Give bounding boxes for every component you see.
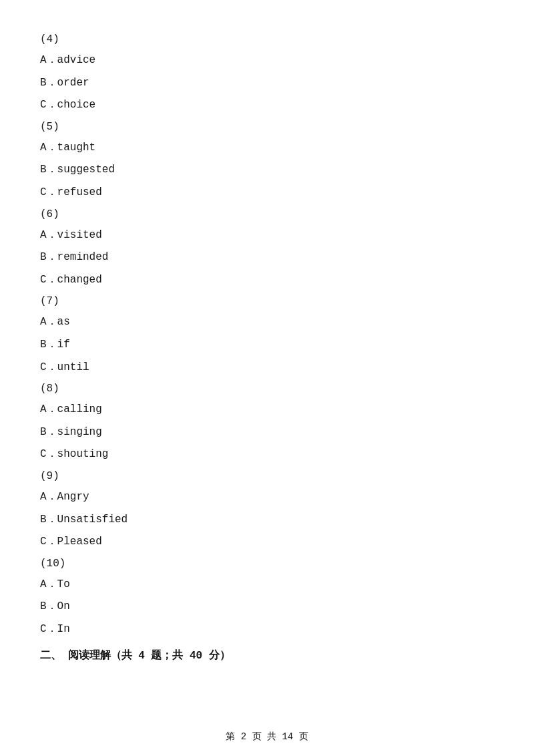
page-footer: 第 2 页 共 14 页 — [0, 731, 534, 743]
question-number-6: (6) — [40, 208, 494, 220]
question-6: (6) A．visited B．reminded C．changed — [40, 208, 494, 289]
option-6a[interactable]: A．visited — [40, 227, 494, 244]
question-7: (7) A．as B．if C．until — [40, 295, 494, 376]
option-5a[interactable]: A．taught — [40, 140, 494, 157]
option-6b[interactable]: B．reminded — [40, 249, 494, 266]
option-4c[interactable]: C．choice — [40, 97, 494, 114]
option-9b[interactable]: B．Unsatisfied — [40, 512, 494, 529]
option-6c[interactable]: C．changed — [40, 272, 494, 289]
option-10c[interactable]: C．In — [40, 621, 494, 638]
option-10b[interactable]: B．On — [40, 598, 494, 616]
section-two-title: 阅读理解（共 4 题；共 40 分） — [68, 650, 230, 662]
page-content: (4) A．advice B．order C．choice (5) A．taug… — [0, 0, 534, 707]
question-number-7: (7) — [40, 295, 494, 307]
option-8a[interactable]: A．calling — [40, 401, 494, 419]
option-4b[interactable]: B．order — [40, 75, 494, 92]
option-9c[interactable]: C．Pleased — [40, 534, 494, 551]
question-number-9: (9) — [40, 470, 494, 482]
option-7b[interactable]: B．if — [40, 337, 494, 354]
question-number-5: (5) — [40, 121, 494, 133]
option-7c[interactable]: C．until — [40, 359, 494, 377]
option-7a[interactable]: A．as — [40, 314, 494, 331]
option-9a[interactable]: A．Angry — [40, 489, 494, 506]
footer-text: 第 2 页 共 14 页 — [226, 731, 308, 742]
option-5b[interactable]: B．suggested — [40, 162, 494, 179]
question-number-8: (8) — [40, 383, 494, 395]
question-4: (4) A．advice B．order C．choice — [40, 33, 494, 114]
question-number-4: (4) — [40, 33, 494, 45]
question-number-10: (10) — [40, 558, 494, 570]
section-two-header: 二、 阅读理解（共 4 题；共 40 分） — [40, 648, 494, 663]
section-two-label: 二、 — [40, 650, 61, 662]
question-8: (8) A．calling B．singing C．shouting — [40, 383, 494, 463]
option-10a[interactable]: A．To — [40, 576, 494, 594]
option-5c[interactable]: C．refused — [40, 184, 494, 202]
question-9: (9) A．Angry B．Unsatisfied C．Pleased — [40, 470, 494, 551]
question-10: (10) A．To B．On C．In — [40, 558, 494, 638]
option-4a[interactable]: A．advice — [40, 52, 494, 69]
question-5: (5) A．taught B．suggested C．refused — [40, 121, 494, 202]
option-8b[interactable]: B．singing — [40, 424, 494, 441]
option-8c[interactable]: C．shouting — [40, 446, 494, 463]
